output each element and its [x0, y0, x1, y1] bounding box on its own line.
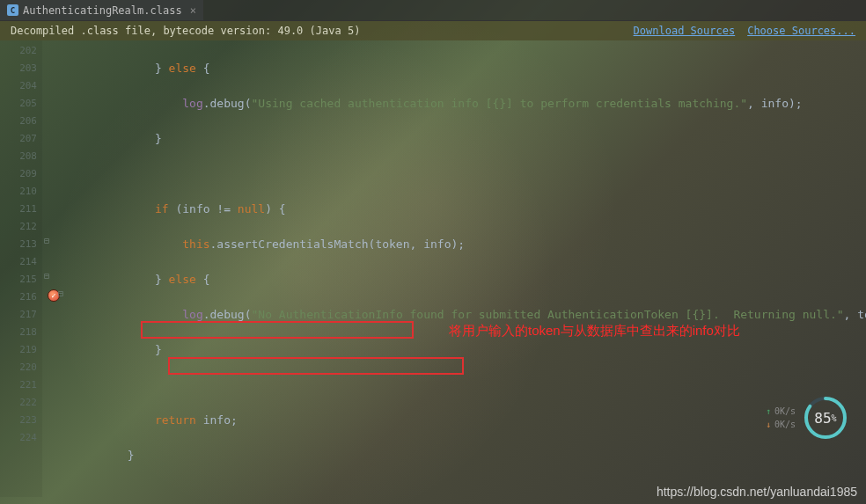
code-line — [69, 165, 866, 183]
code-line: } — [69, 341, 866, 359]
tab-title: AuthenticatingRealm.class — [23, 4, 182, 17]
code-line: log.debug("Using cached authentication i… — [69, 95, 866, 113]
code-line: } — [69, 130, 866, 148]
banner-text: Decompiled .class file, bytecode version… — [11, 25, 360, 37]
percentage-ring: 85% — [803, 395, 848, 441]
watermark: https://blog.csdn.net/yanluandai1985 — [657, 485, 857, 499]
code-line: this.assertCredentialsMatch(token, info)… — [69, 236, 866, 253]
fold-icon[interactable]: ⊟ — [44, 236, 49, 245]
fold-icon[interactable]: ⊟ — [58, 289, 63, 298]
code-line — [69, 376, 866, 394]
choose-sources-link[interactable]: Choose Sources... — [747, 25, 855, 37]
percentage-value: 85 — [814, 410, 831, 427]
code-line: if (info != null) { — [69, 201, 866, 218]
annotation-text: 将用户输入的token与从数据库中查出来的info对比 — [449, 322, 740, 340]
upload-speed: 0K/s — [774, 406, 796, 416]
line-number-gutter: 202203204 205206207 208209210 211212213 … — [0, 40, 42, 497]
upload-icon: ↑ — [766, 406, 771, 416]
code-editor[interactable]: 202203204 205206207 208209210 211212213 … — [0, 40, 866, 497]
code-area[interactable]: } else { log.debug("Using cached authent… — [69, 40, 866, 497]
code-line: return info; — [69, 412, 866, 429]
code-line: } — [69, 447, 866, 464]
code-line: log.debug("No AuthenticationInfo found f… — [69, 306, 866, 324]
gutter-marks: ⊟ ⊟ ⊟ — [42, 40, 69, 497]
class-file-icon: C — [7, 4, 18, 16]
download-speed: 0K/s — [774, 420, 796, 429]
speed-stats: ↑0K/s ↓0K/s — [766, 406, 796, 429]
download-sources-link[interactable]: Download Sources — [634, 25, 736, 37]
network-speed-widget[interactable]: ↑0K/s ↓0K/s 85% — [766, 395, 848, 441]
download-icon: ↓ — [766, 420, 771, 429]
tab-bar: C AuthenticatingRealm.class × — [0, 0, 866, 21]
decompiled-banner: Decompiled .class file, bytecode version… — [0, 21, 866, 40]
code-line: } else { — [69, 271, 866, 289]
close-icon[interactable]: × — [190, 4, 196, 17]
code-line: } else { — [69, 60, 866, 77]
editor-tab[interactable]: C AuthenticatingRealm.class × — [0, 0, 203, 20]
fold-icon[interactable]: ⊟ — [44, 271, 49, 281]
annotation-box2 — [168, 357, 464, 375]
annotation-box1 — [141, 321, 414, 339]
